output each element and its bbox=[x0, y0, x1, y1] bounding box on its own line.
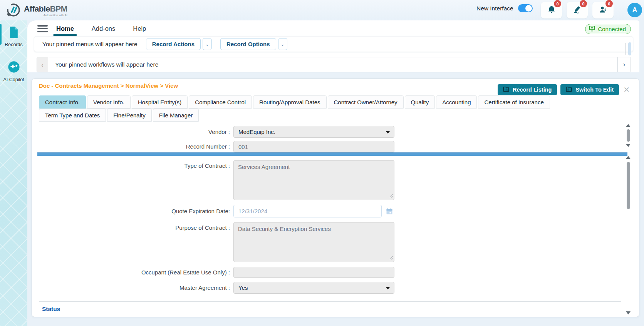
pinned-workflows-bar: ‹ Your pinned workflows will appear here… bbox=[37, 57, 631, 72]
type-of-contract-textarea[interactable]: Services Agreement bbox=[233, 160, 394, 200]
menu-bar: Home Add-ons Help Connected bbox=[27, 20, 639, 37]
main-pane-scrollbar[interactable] bbox=[625, 156, 631, 315]
sidebar-item-records[interactable]: Records bbox=[0, 23, 27, 47]
app-header: AffableBPM Automation with AI New Interf… bbox=[0, 0, 644, 20]
user-avatar[interactable]: A bbox=[627, 3, 642, 17]
tab-certificate-of-insurance[interactable]: Certificate of Insurance bbox=[478, 95, 550, 109]
tab-strip-row1: Contract Info. Vendor Info. Hospital Ent… bbox=[39, 95, 550, 109]
record-number-row: Record Number : bbox=[39, 141, 394, 152]
type-of-contract-row: Type of Contract : Services Agreement bbox=[39, 160, 394, 200]
resize-handle-icon[interactable] bbox=[389, 254, 393, 261]
sidebar-item-ai-copilot[interactable]: AI Copilot bbox=[0, 57, 27, 82]
signature-pen-icon bbox=[573, 5, 582, 16]
monitor-connected-icon bbox=[589, 25, 595, 33]
menu-item-help[interactable]: Help bbox=[133, 25, 146, 32]
signatures-button[interactable]: 0 bbox=[567, 2, 588, 18]
record-listing-button[interactable]: Record Listing bbox=[498, 84, 557, 95]
notifications-count-badge: 0 bbox=[554, 0, 561, 7]
status-section-header[interactable]: Status bbox=[42, 306, 60, 313]
tab-contract-owner-attorney[interactable]: Contract Owner/Attorney bbox=[328, 95, 404, 109]
occupant-label: Occupant (Real Estate Use Only) : bbox=[39, 267, 233, 278]
hamburger-menu-icon[interactable] bbox=[37, 25, 48, 32]
connection-status-badge[interactable]: Connected bbox=[585, 24, 631, 34]
section-divider bbox=[39, 301, 621, 302]
tab-term-type-and-dates[interactable]: Term Type and Dates bbox=[39, 109, 106, 122]
top-pane-scrollbar[interactable] bbox=[625, 124, 631, 153]
chevron-left-icon[interactable]: ‹ bbox=[37, 57, 48, 72]
pane-splitter-handle[interactable] bbox=[37, 152, 627, 156]
occupant-row: Occupant (Real Estate Use Only) : bbox=[39, 267, 394, 278]
tab-routing-approval-dates[interactable]: Routing/Approval Dates bbox=[253, 95, 326, 109]
purpose-of-contract-label: Purpose of Contract : bbox=[39, 222, 233, 262]
tab-quality[interactable]: Quality bbox=[405, 95, 435, 109]
record-view-card: Doc - Contracts Management > NormalView … bbox=[32, 79, 639, 317]
occupant-input[interactable] bbox=[233, 267, 394, 278]
sidebar-item-label: Records bbox=[5, 42, 23, 47]
master-agreement-row: Master Agreement : Yes bbox=[39, 282, 394, 294]
chevron-right-icon[interactable]: › bbox=[617, 57, 631, 72]
connection-status-label: Connected bbox=[598, 26, 626, 32]
tab-contract-info[interactable]: Contract Info. bbox=[39, 95, 86, 109]
active-indicator bbox=[0, 24, 2, 45]
tab-compliance-control[interactable]: Compliance Control bbox=[189, 95, 252, 109]
close-icon[interactable]: ✕ bbox=[622, 86, 631, 94]
record-number-label: Record Number : bbox=[39, 141, 233, 152]
vendor-select[interactable]: MedEquip Inc. bbox=[233, 126, 394, 138]
purpose-of-contract-textarea[interactable]: Data Security & Encryption Services bbox=[233, 222, 394, 262]
sidebar-item-label: AI Copilot bbox=[3, 77, 24, 82]
brand-logo-icon bbox=[5, 2, 22, 20]
notifications-button[interactable]: 0 bbox=[541, 2, 562, 18]
scroll-down-icon[interactable] bbox=[626, 311, 631, 314]
record-actions-button[interactable]: Record Actions bbox=[146, 38, 201, 50]
record-number-input[interactable] bbox=[233, 141, 394, 152]
quote-expiration-date-input[interactable] bbox=[233, 205, 382, 217]
signatures-count-badge: 0 bbox=[580, 0, 587, 7]
tab-vendor-info[interactable]: Vendor Info. bbox=[87, 95, 131, 109]
master-agreement-label: Master Agreement : bbox=[39, 282, 233, 294]
type-of-contract-label: Type of Contract : bbox=[39, 160, 233, 200]
record-options-button[interactable]: Record Options bbox=[220, 38, 276, 50]
vendor-row: Vendor : MedEquip Inc. bbox=[39, 126, 394, 138]
tab-fine-penalty[interactable]: Fine/Penalty bbox=[107, 109, 151, 122]
user-tasks-count-badge: 0 bbox=[605, 0, 613, 7]
ai-copilot-icon bbox=[7, 60, 20, 75]
folder-chart-icon bbox=[503, 86, 509, 93]
tab-file-manager[interactable]: File Manager bbox=[153, 109, 199, 122]
menu-item-home[interactable]: Home bbox=[56, 25, 74, 32]
pinned-menus-bar: Your pinned menus will appear here Recor… bbox=[34, 36, 633, 52]
record-actions-dropdown-caret[interactable]: ⌄ bbox=[203, 38, 212, 50]
scrollbar-thumb[interactable] bbox=[627, 162, 630, 209]
breadcrumb[interactable]: Doc - Contracts Management > NormalView … bbox=[39, 82, 178, 89]
calendar-icon[interactable] bbox=[385, 207, 394, 216]
scrollbar-thumb[interactable] bbox=[627, 129, 630, 142]
record-options-dropdown-caret[interactable]: ⌄ bbox=[278, 38, 287, 50]
main-top-panel: Home Add-ons Help Connected Your pinned … bbox=[27, 20, 639, 72]
scroll-up-icon[interactable] bbox=[626, 124, 631, 127]
resize-handle-icon[interactable] bbox=[389, 192, 393, 199]
user-tasks-button[interactable]: 0 bbox=[592, 2, 614, 18]
scroll-down-icon[interactable] bbox=[626, 144, 631, 147]
scrollbar-thumb[interactable] bbox=[628, 42, 631, 55]
bell-icon bbox=[547, 5, 556, 16]
records-file-icon bbox=[8, 26, 20, 40]
scrollbar-track bbox=[625, 43, 626, 55]
switch-to-edit-button[interactable]: Switch To Edit bbox=[560, 84, 619, 95]
menu-item-add-ons[interactable]: Add-ons bbox=[92, 25, 115, 32]
tab-hospital-entitys[interactable]: Hospital Entity(s) bbox=[132, 95, 188, 109]
master-agreement-select[interactable]: Yes bbox=[233, 282, 394, 294]
new-interface-label: New Interface bbox=[476, 5, 513, 12]
left-sidebar: Records AI Copilot bbox=[0, 20, 27, 326]
scroll-up-icon[interactable] bbox=[626, 156, 631, 159]
user-task-icon bbox=[599, 5, 608, 16]
folder-chart-icon bbox=[566, 86, 572, 93]
brand-tagline: Automation with AI bbox=[44, 14, 67, 17]
new-interface-toggle[interactable] bbox=[518, 4, 533, 12]
tab-strip-row2: Term Type and Dates Fine/Penalty File Ma… bbox=[39, 109, 199, 122]
purpose-of-contract-row: Purpose of Contract : Data Security & En… bbox=[39, 222, 394, 262]
pinned-workflows-placeholder: Your pinned workflows will appear here bbox=[55, 61, 617, 68]
brand-logo[interactable]: AffableBPM Automation with AI bbox=[5, 2, 67, 20]
brand-name: AffableBPM bbox=[24, 5, 67, 13]
pinned-menus-placeholder: Your pinned menus will appear here bbox=[42, 41, 138, 48]
tab-accounting[interactable]: Accounting bbox=[436, 95, 477, 109]
quote-expiration-date-label: Quote Expiration Date: bbox=[39, 205, 233, 217]
